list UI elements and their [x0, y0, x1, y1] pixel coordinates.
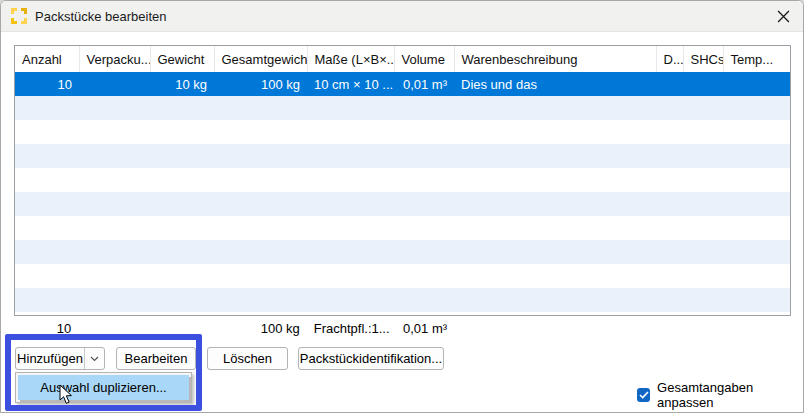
add-split-button[interactable]: Hinzufügen: [15, 347, 105, 370]
add-dropdown-menu: Auswahl duplizieren...: [15, 372, 192, 403]
window-title: Packstücke bearbeiten: [35, 9, 167, 24]
total-anzahl: 10: [14, 318, 78, 338]
cell-anzahl: 10: [15, 72, 79, 96]
cell-shcs: [683, 72, 723, 96]
table-row-empty: [15, 240, 790, 264]
dialog-packstuecke-bearbeiten: Packstücke bearbeiten Anzahl Verpacku...…: [0, 0, 804, 413]
menu-item-duplicate-selection[interactable]: Auswahl duplizieren...: [18, 375, 189, 400]
cell-gesamtgewicht: 100 kg: [214, 72, 307, 96]
table-row-empty: [15, 216, 790, 240]
packages-table[interactable]: Anzahl Verpacku... Gewicht Gesamtgewicht…: [14, 45, 791, 316]
delete-button[interactable]: Löschen: [207, 347, 288, 370]
adjust-totals-control[interactable]: Gesamtangaben anpassen: [637, 380, 803, 410]
total-gesamtgewicht: 100 kg: [213, 318, 306, 338]
package-identification-button[interactable]: Packstückidentifikation...: [298, 347, 444, 370]
table-row-empty: [15, 168, 790, 192]
cell-temp: [723, 72, 790, 96]
total-frachtpflichtig: Frachtpfl.:1...: [307, 318, 394, 338]
table-row-empty: [15, 192, 790, 216]
col-d[interactable]: D...: [656, 46, 683, 72]
cell-gewicht: 10 kg: [150, 72, 214, 96]
col-verpackung[interactable]: Verpacku...: [79, 46, 150, 72]
table-row-empty: [15, 264, 790, 288]
cell-d: [656, 72, 683, 96]
table-row-empty: [15, 288, 790, 312]
total-volume: 0,01 m³: [394, 318, 454, 338]
add-button-label[interactable]: Hinzufügen: [16, 351, 84, 366]
checkmark-icon: [639, 391, 649, 399]
edit-button[interactable]: Bearbeiten: [116, 347, 196, 370]
col-masse[interactable]: Maße (L×B×...: [307, 46, 394, 72]
cell-warenbeschreibung: Dies und das: [454, 72, 656, 96]
adjust-totals-label: Gesamtangaben anpassen: [657, 380, 803, 410]
chevron-down-icon[interactable]: [84, 348, 104, 369]
cell-masse: 10 cm × 10 ...: [307, 72, 394, 96]
table-row-empty: [15, 144, 790, 168]
close-icon[interactable]: [769, 4, 797, 28]
table-row-empty: [15, 120, 790, 144]
cell-verpackung: [79, 72, 150, 96]
table-row-empty: [15, 96, 790, 120]
col-gesamtgewicht[interactable]: Gesamtgewicht: [214, 46, 307, 72]
title-bar: Packstücke bearbeiten: [1, 1, 803, 32]
totals-row: 10 100 kg Frachtpfl.:1... 0,01 m³: [14, 318, 791, 338]
col-temp[interactable]: Temp...: [723, 46, 790, 72]
col-warenbeschreibung[interactable]: Warenbeschreibung: [454, 46, 656, 72]
col-shcs[interactable]: SHCs: [683, 46, 723, 72]
col-gewicht[interactable]: Gewicht: [150, 46, 214, 72]
app-icon: [11, 8, 27, 24]
table-header-row: Anzahl Verpacku... Gewicht Gesamtgewicht…: [15, 46, 790, 72]
adjust-totals-checkbox[interactable]: [637, 388, 650, 402]
table-row-selected[interactable]: 10 10 kg 100 kg 10 cm × 10 ... 0,01 m³ D…: [15, 72, 790, 96]
cell-volume: 0,01 m³: [394, 72, 454, 96]
col-anzahl[interactable]: Anzahl: [15, 46, 79, 72]
col-volume[interactable]: Volume: [394, 46, 454, 72]
